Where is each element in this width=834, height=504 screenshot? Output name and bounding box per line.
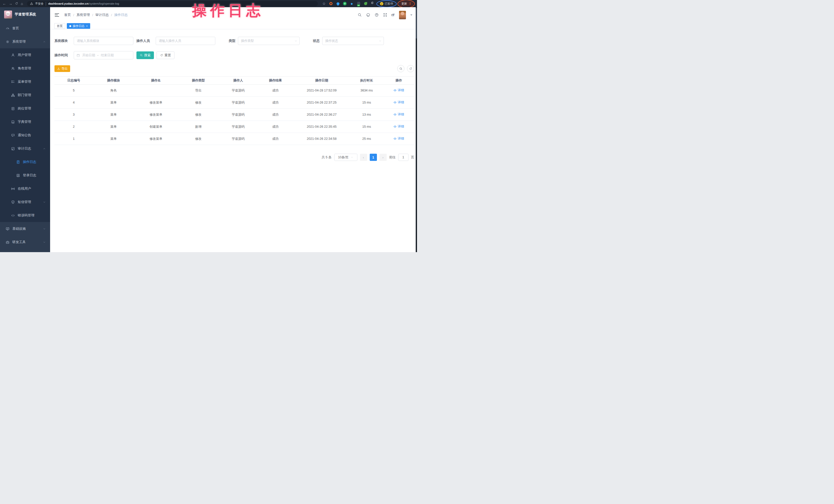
sidebar-item-label: 部门管理 [18,93,31,97]
operator-input[interactable] [156,37,215,45]
address-bar[interactable]: 不安全 | dashboard.yudao.iocoder.cn/system/… [27,1,318,6]
reset-button[interactable]: 重置 [156,51,174,59]
goto-page-input[interactable] [398,154,409,161]
bookmark-star-icon[interactable]: ☆ [322,2,326,6]
cell-操作结果: 成功 [258,121,293,133]
column-header-日志编号: 日志编号 [54,76,93,85]
prev-page-button[interactable]: ‹ [360,154,367,161]
sidebar-item-通知公告[interactable]: 通知公告 [0,129,50,142]
url-host: dashboard.yudao.iocoder.cn [48,2,89,5]
status-select[interactable]: 操作状态 [322,37,384,45]
current-page-button[interactable]: 1 [370,154,377,161]
page-scrollbar[interactable] [416,7,417,252]
breadcrumb-item-首页[interactable]: 首页 [64,13,71,17]
operate-log-table: 日志编号操作模块操作名操作类型操作人操作结果操作日期执行时长操作 5角色导出芋道… [54,76,414,145]
sidebar-logo[interactable]: 芋道管理系统 [0,7,50,22]
sidebar-item-label: 研发工具 [12,240,26,244]
extensions-puzzle-icon[interactable] [371,2,375,6]
sidebar-item-短信管理[interactable]: 短信管理 [0,195,50,209]
ext-green-check-icon[interactable]: V [343,2,347,6]
export-button[interactable]: 导出 [54,65,70,72]
avatar-caret-icon[interactable] [410,15,412,16]
breadcrumb-item-系统管理[interactable]: 系统管理 [76,13,90,17]
sidebar-item-基础设施[interactable]: 基础设施 [0,222,50,236]
ext-leaf-icon[interactable] [364,2,368,6]
tab-操作日志[interactable]: 操作日志× [67,23,90,29]
table-header-row: 日志编号操作模块操作名操作类型操作人操作结果操作日期执行时长操作 [54,76,414,85]
detail-link[interactable]: 详细 [393,125,404,129]
user-avatar[interactable] [399,11,406,19]
column-header-操作: 操作 [383,76,414,85]
cell-操作模块: 菜单 [93,121,134,133]
help-icon[interactable] [375,13,379,17]
font-size-icon[interactable]: tT [392,13,395,17]
page-size-select[interactable]: 10条/页 [334,154,357,161]
sidebar-item-label: 错误码管理 [18,213,35,218]
cell-操作名: 修改菜单 [134,96,178,109]
cell-日志编号: 3 [54,109,93,121]
sidebar-item-角色管理[interactable]: 角色管理 [0,62,50,75]
github-icon[interactable] [366,13,370,17]
browser-reload-icon[interactable] [15,2,18,6]
ext-blue-diamond-icon[interactable]: ◆ [350,2,354,6]
detail-link[interactable]: 详细 [393,88,404,92]
next-page-button[interactable]: › [379,154,387,161]
sidebar-item-菜单管理[interactable]: 菜单管理 [0,75,50,88]
sidebar-item-label: 用户管理 [18,53,31,57]
sidebar-submenu: 用户管理角色管理菜单管理部门管理岗位管理字典管理通知公告审计日志操作日志登录日志… [0,48,50,222]
cell-日志编号: 1 [54,133,93,145]
sidebar-item-label: 菜单管理 [18,80,31,84]
sidebar-item-岗位管理[interactable]: 岗位管理 [0,102,50,115]
show-search-toggle-icon[interactable] [397,65,404,72]
breadcrumb-separator: / [92,13,93,17]
cell-操作类型: 新增 [178,121,219,133]
goto-label: 前往 [389,155,396,160]
sidebar-item-字典管理[interactable]: 字典管理 [0,115,50,129]
ext-blue-drop-icon[interactable] [336,2,340,6]
filter-row-2: 操作时间 开始日期 - 结束日期 搜索 [54,51,417,59]
module-input[interactable] [74,37,133,45]
sidebar-item-系统管理[interactable]: 系统管理 [0,35,50,48]
status-select-placeholder: 操作状态 [325,39,338,43]
column-header-操作模块: 操作模块 [93,76,134,85]
sidebar-item-研发工具[interactable]: 研发工具 [0,236,50,249]
sidebar-item-label: 审计日志 [18,146,31,151]
detail-link[interactable]: 详细 [393,136,404,141]
detail-link[interactable]: 详细 [393,112,404,117]
search-button[interactable]: 搜索 [136,51,154,59]
sidebar-item-审计日志[interactable]: 审计日志 [0,142,50,155]
browser-forward-icon[interactable]: → [9,2,12,5]
sidebar-item-操作日志[interactable]: 操作日志 [0,155,50,169]
date-range-picker[interactable]: 开始日期 - 结束日期 [74,51,133,59]
close-icon[interactable]: × [86,25,88,27]
cell-操作类型: 导出 [178,85,219,96]
search-icon[interactable] [358,13,362,17]
refresh-table-icon[interactable] [407,65,414,72]
browser-home-icon[interactable]: ⌂ [21,2,23,5]
sidebar-item-部门管理[interactable]: 部门管理 [0,88,50,102]
eye-icon [393,89,397,92]
sidebar-item-错误码管理[interactable]: 错误码管理 [0,209,50,222]
sidebar-item-label: 登录日志 [23,173,36,178]
ext-tabs-icon[interactable]: on [357,2,361,6]
eye-icon [393,113,397,116]
fullscreen-icon[interactable] [383,13,387,17]
detail-link[interactable]: 详细 [393,100,404,105]
tab-首页[interactable]: 首页 [54,23,65,29]
sidebar-item-用户管理[interactable]: 用户管理 [0,48,50,62]
browser-menu-kebab-icon[interactable]: ⋮ [409,2,412,5]
ext-orange-ring-icon[interactable] [329,2,333,6]
type-select[interactable]: 操作类型 [238,37,300,45]
cell-日志编号: 2 [54,121,93,133]
sidebar-collapse-icon[interactable] [55,13,59,17]
table-row: 5角色导出芋道源码成功2021-04-28 17:52:093634 ms详细 [54,85,414,96]
sidebar-item-首页[interactable]: 首页 [0,22,50,35]
sidebar-item-在线用户[interactable]: 在线用户 [0,182,50,195]
browser-update-button[interactable]: 更新 ⋮ [399,1,414,6]
breadcrumb-item-审计日志[interactable]: 审计日志 [95,13,109,17]
cell-操作结果: 成功 [258,133,293,145]
sidebar-item-登录日志[interactable]: 登录日志 [0,169,50,182]
eye-icon [393,137,397,140]
profile-paused-chip[interactable]: 已暂停 [378,1,395,6]
browser-back-icon[interactable]: ← [3,2,6,5]
